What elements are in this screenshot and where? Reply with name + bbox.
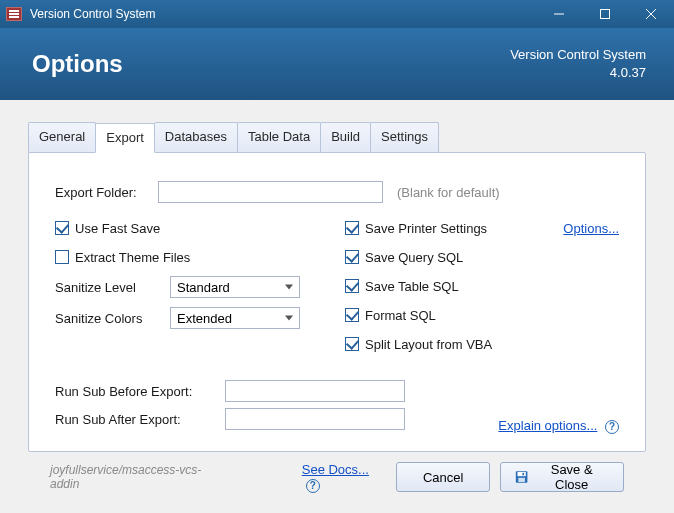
tab-table-data[interactable]: Table Data	[237, 122, 321, 152]
tab-panel-export: Export Folder: (Blank for default) Use F…	[28, 152, 646, 452]
save-table-sql-checkbox[interactable]	[345, 279, 359, 293]
sanitize-colors-select[interactable]: Extended	[170, 307, 300, 329]
sanitize-level-label: Sanitize Level	[55, 280, 170, 295]
window-title: Version Control System	[30, 7, 155, 21]
window-titlebar: Version Control System	[0, 0, 674, 28]
repo-path: joyfullservice/msaccess-vcs-addin	[50, 463, 222, 491]
run-after-label: Run Sub After Export:	[55, 412, 225, 427]
tab-export[interactable]: Export	[95, 123, 155, 153]
sanitize-colors-value: Extended	[177, 311, 232, 326]
split-layout-vba-checkbox[interactable]	[345, 337, 359, 351]
page-title: Options	[32, 50, 510, 78]
svg-rect-2	[9, 16, 19, 18]
tab-databases[interactable]: Databases	[154, 122, 238, 152]
format-sql-label: Format SQL	[365, 308, 436, 323]
save-query-sql-checkbox[interactable]	[345, 250, 359, 264]
save-icon	[515, 470, 528, 484]
svg-rect-10	[523, 473, 525, 475]
sanitize-level-value: Standard	[177, 280, 230, 295]
use-fast-save-checkbox[interactable]	[55, 221, 69, 235]
footer: joyfullservice/msaccess-vcs-addin See Do…	[28, 452, 646, 493]
svg-rect-1	[9, 13, 19, 15]
export-folder-hint: (Blank for default)	[397, 185, 500, 200]
export-folder-input[interactable]	[158, 181, 383, 203]
format-sql-checkbox[interactable]	[345, 308, 359, 322]
run-before-input[interactable]	[225, 380, 405, 402]
product-version: Version Control System 4.0.37	[510, 46, 646, 81]
explain-options-link[interactable]: Explain options...	[498, 418, 597, 433]
tab-general[interactable]: General	[28, 122, 96, 152]
maximize-button[interactable]	[582, 0, 628, 28]
save-table-sql-label: Save Table SQL	[365, 279, 459, 294]
printer-options-link[interactable]: Options...	[563, 221, 619, 236]
save-close-button-label: Save & Close	[534, 462, 609, 492]
cancel-button[interactable]: Cancel	[396, 462, 490, 492]
svg-rect-4	[601, 10, 610, 19]
help-icon[interactable]: ?	[306, 479, 320, 493]
product-name: Version Control System	[510, 46, 646, 64]
header: Options Version Control System 4.0.37	[0, 28, 674, 100]
tabstrip: General Export Databases Table Data Buil…	[28, 122, 646, 152]
sanitize-level-select[interactable]: Standard	[170, 276, 300, 298]
save-close-button[interactable]: Save & Close	[500, 462, 624, 492]
extract-theme-checkbox[interactable]	[55, 250, 69, 264]
svg-rect-0	[9, 10, 19, 12]
svg-rect-8	[518, 472, 526, 476]
save-query-sql-label: Save Query SQL	[365, 250, 463, 265]
product-version-number: 4.0.37	[510, 64, 646, 82]
save-printer-label: Save Printer Settings	[365, 221, 487, 236]
use-fast-save-label: Use Fast Save	[75, 221, 160, 236]
see-docs-link[interactable]: See Docs...	[302, 462, 369, 477]
minimize-button[interactable]	[536, 0, 582, 28]
tab-settings[interactable]: Settings	[370, 122, 439, 152]
app-icon	[6, 7, 22, 21]
sanitize-colors-label: Sanitize Colors	[55, 311, 170, 326]
help-icon[interactable]: ?	[605, 420, 619, 434]
cancel-button-label: Cancel	[423, 470, 463, 485]
close-button[interactable]	[628, 0, 674, 28]
split-layout-vba-label: Split Layout from VBA	[365, 337, 492, 352]
save-printer-checkbox[interactable]	[345, 221, 359, 235]
run-before-label: Run Sub Before Export:	[55, 384, 225, 399]
svg-rect-9	[518, 478, 525, 482]
run-after-input[interactable]	[225, 408, 405, 430]
tab-build[interactable]: Build	[320, 122, 371, 152]
export-folder-label: Export Folder:	[55, 185, 158, 200]
extract-theme-label: Extract Theme Files	[75, 250, 190, 265]
